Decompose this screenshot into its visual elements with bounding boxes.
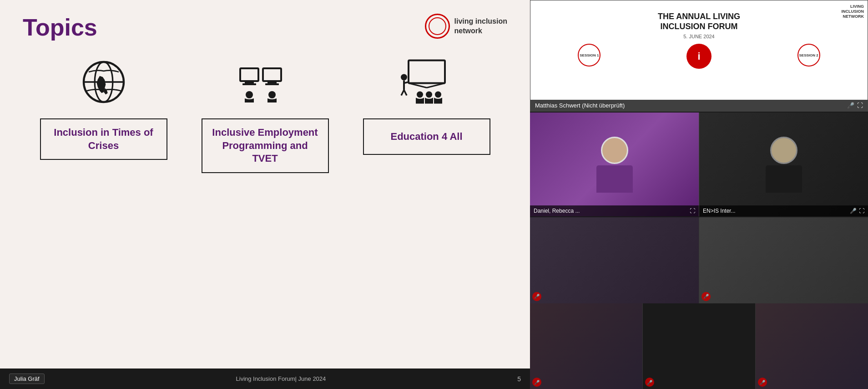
svg-rect-4 [245,81,254,83]
topic-item-1: Inclusion in Times of Crises [40,55,167,160]
svg-point-10 [268,91,276,98]
participant-top-controls[interactable]: 🎤 ⛶ [847,102,863,109]
footer-event: Living Inclusion Forum| June 2024 [49,375,513,382]
participant-top: LIVINGINCLUSIONNETWORK THE ANNUAL LIVING… [530,0,868,112]
expand-icon-mid-right[interactable]: ⛶ [859,208,864,214]
participants-bottom-rows: 🎤 🎤 🎤 🎤 🎤 [530,216,868,389]
participants-sidebar: LIVINGINCLUSIONNETWORK THE ANNUAL LIVING… [530,0,868,389]
svg-rect-5 [242,83,256,85]
svg-point-21 [435,92,441,98]
svg-point-20 [426,92,432,98]
participant-small-5: 🎤 [756,303,868,389]
svg-rect-7 [267,81,277,83]
footer-page: 5 [517,375,521,383]
person-body-2 [766,165,802,193]
participant-mid-right-name-bar: EN>IS Inter... 🎤 ⛶ [699,205,868,216]
logo-text: living inclusion network [454,17,507,36]
topic-item-3: Education 4 All [363,55,490,155]
topic-item-2: Inclusive Employment Programming and TVE… [202,55,329,173]
svg-rect-3 [240,68,258,81]
mic-mute-icon-s2[interactable]: 🎤 [701,292,711,301]
participant-small-2-bg [699,217,868,303]
participant-small-3: 🎤 [530,303,643,389]
participant-mid-right-controls[interactable]: 🎤 ⛶ [850,208,864,214]
globe-icon [79,55,129,109]
expand-icon-mid-left[interactable]: ⛶ [690,208,695,214]
svg-rect-11 [409,61,445,83]
participant-mid-left-controls[interactable]: ⛶ [690,208,695,214]
teaching-icon [399,55,454,109]
participant-mid-right-name: EN>IS Inter... [703,208,736,214]
main-presentation: Topics living inclusion network [0,0,530,389]
svg-point-19 [417,92,423,98]
participant-top-name: Matthias Schwert (Nicht überprüft) [535,102,625,109]
participant-small-3-bg [530,303,642,389]
slide: Topics living inclusion network [0,0,530,369]
participant-small-1-bg [530,217,699,303]
participant-mid-right: EN>IS Inter... 🎤 ⛶ [699,113,868,216]
sketchnote-info-icon: i [686,44,712,69]
participant-mid-left-bg [530,113,699,216]
participant-small-4-bg [643,303,755,389]
slide-footer: Julia Gräf Living Inclusion Forum| June … [0,369,530,389]
participant-mid-right-bg [699,113,868,216]
participants-mid-row: Daniel, Rebecca ... ⛶ EN>IS Inter... 🎤 ⛶ [530,112,868,216]
sketchnote-circles: SESSION 1 i SESSION 2 [535,44,863,69]
slide-header: Topics living inclusion network [23,14,507,41]
person-head-1 [601,137,628,164]
slide-title: Topics [23,14,97,41]
participant-mid-left: Daniel, Rebecca ... ⛶ [530,113,699,216]
logo-area: living inclusion network [425,14,507,39]
mic-icon-mid-right[interactable]: 🎤 [850,208,857,214]
presenter-name-tag: Julia Gräf [9,374,45,384]
lin-logo-sketch: LIVINGINCLUSIONNETWORK [842,4,864,19]
sketchnote-title: THE ANNUAL LIVINGINCLUSION FORUM [535,12,863,31]
topics-grid: Inclusion in Times of Crises [23,55,507,359]
mic-mute-icon-s4[interactable]: 🎤 [645,378,654,387]
mic-mute-icon[interactable]: 🎤 [847,102,854,109]
svg-point-14 [401,74,407,81]
participant-mid-left-figure [596,137,633,193]
classroom-icon [238,55,293,109]
topic-box-2: Inclusive Employment Programming and TVE… [202,118,329,173]
svg-rect-6 [263,68,281,81]
participant-mid-right-figure [766,137,802,193]
person-head-2 [770,137,797,164]
person-body-1 [596,165,633,193]
svg-point-9 [246,91,253,98]
participants-bottom-row-2: 🎤 🎤 🎤 [530,303,868,389]
participants-bottom-row-1: 🎤 🎤 [530,217,868,303]
svg-rect-8 [265,83,279,85]
mic-mute-icon-s1[interactable]: 🎤 [532,292,541,301]
sketchnote-bg: LIVINGINCLUSIONNETWORK THE ANNUAL LIVING… [530,0,868,111]
participant-small-1: 🎤 [530,217,699,303]
participant-mid-left-name: Daniel, Rebecca ... [534,208,580,214]
participant-small-2: 🎤 [699,217,868,303]
participant-small-5-bg [756,303,868,389]
topic-box-1: Inclusion in Times of Crises [40,118,167,160]
logo-circle-icon [425,14,450,39]
sketchnote-date: 5. JUNE 2024 [535,34,863,39]
participant-small-4: 🎤 [643,303,756,389]
mic-mute-icon-s3[interactable]: 🎤 [532,378,541,387]
mic-mute-icon-s5[interactable]: 🎤 [758,378,767,387]
expand-icon[interactable]: ⛶ [857,102,863,109]
participant-top-name-bar: Matthias Schwert (Nicht überprüft) 🎤 ⛶ [530,100,868,111]
svg-line-18 [404,90,407,96]
topic-box-3: Education 4 All [363,118,490,155]
participant-mid-left-name-bar: Daniel, Rebecca ... ⛶ [530,205,699,216]
sketchnote-circle-1: SESSION 1 [578,44,601,67]
sketchnote-circle-2: SESSION 2 [797,44,820,67]
